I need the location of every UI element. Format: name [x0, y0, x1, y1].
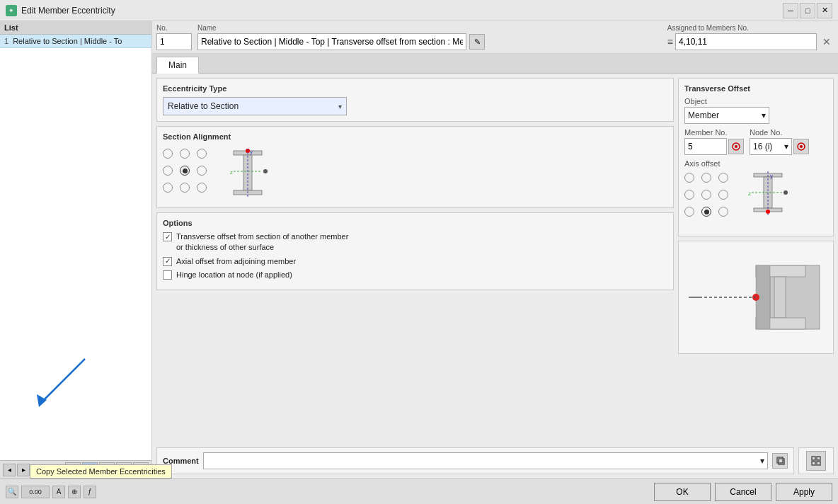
- align-ml[interactable]: [163, 166, 173, 176]
- 3d-viz-svg: [685, 244, 827, 350]
- object-arrow-icon: ▾: [762, 110, 766, 120]
- minimize-button[interactable]: ─: [783, 3, 798, 18]
- option-2-checkbox[interactable]: [163, 257, 172, 266]
- section-alignment-title: Section Alignment: [163, 132, 667, 141]
- node-target-button[interactable]: [793, 139, 809, 154]
- search-status-icon[interactable]: 🔍: [6, 486, 18, 498]
- svg-rect-38: [774, 277, 786, 318]
- list-item[interactable]: 1 Relative to Section | Middle - To: [0, 35, 151, 48]
- window-title: Edit Member Eccentricity: [21, 6, 115, 16]
- axis-bl[interactable]: [684, 207, 694, 217]
- option-3-label: Hinge location at node (if applied): [176, 270, 292, 280]
- comment-copy-icon: [775, 455, 785, 465]
- maximize-button[interactable]: □: [800, 3, 815, 18]
- axis-tl[interactable]: [684, 173, 694, 183]
- align-tc[interactable]: [180, 149, 190, 159]
- dialog-buttons: OK Cancel Apply: [654, 483, 832, 501]
- axis-bc[interactable]: [701, 207, 711, 217]
- axis-tr[interactable]: [718, 173, 728, 183]
- tab-main[interactable]: Main: [156, 57, 199, 74]
- axis-beam-svg: z y: [741, 169, 798, 226]
- no-field: No.: [156, 24, 192, 50]
- node-no-label: Node No.: [750, 128, 809, 137]
- svg-rect-11: [122, 466, 125, 469]
- svg-text:z: z: [748, 190, 751, 197]
- member-no-target-button[interactable]: [728, 139, 744, 154]
- member-no-label: Member No.: [684, 128, 744, 137]
- list-item-num: 1: [4, 37, 8, 45]
- align-mr[interactable]: [197, 166, 207, 176]
- svg-rect-47: [817, 457, 820, 460]
- align-bc[interactable]: [180, 183, 190, 193]
- comment-select[interactable]: ▾: [203, 452, 768, 469]
- right-panel: No. Name ✎ Assigned to Members No. ≡ ✕: [152, 21, 838, 479]
- assigned-close-button[interactable]: ✕: [820, 35, 834, 49]
- svg-rect-46: [812, 457, 815, 460]
- title-bar: ✦ Edit Member Eccentricity ─ □ ✕: [0, 0, 838, 21]
- nav-next-button[interactable]: ▸: [17, 464, 30, 476]
- assigned-input[interactable]: [675, 33, 817, 50]
- scissors-icon: [102, 465, 112, 475]
- node-dropdown[interactable]: 16 (i) ▾: [750, 138, 792, 155]
- eccentricity-type-value: Relative to Section: [168, 101, 239, 111]
- name-input[interactable]: [197, 33, 466, 50]
- copy-selected-button[interactable]: [82, 462, 98, 478]
- option-3-checkbox[interactable]: [163, 270, 172, 280]
- svg-point-22: [263, 169, 268, 173]
- name-edit-button[interactable]: ✎: [469, 34, 485, 50]
- svg-marker-1: [37, 394, 47, 407]
- align-mc[interactable]: [180, 166, 190, 176]
- new-icon: [68, 465, 78, 475]
- ok-button[interactable]: OK: [654, 483, 711, 501]
- member-no-input[interactable]: [684, 138, 727, 155]
- no-input[interactable]: [156, 33, 192, 50]
- paste-icon: [119, 465, 129, 475]
- cut-button[interactable]: [99, 462, 115, 478]
- axis-mr[interactable]: [718, 190, 728, 200]
- node-select: 16 (i) ▾: [750, 138, 809, 155]
- axis-offset-diagram: z y: [741, 169, 798, 226]
- measure-status-icon[interactable]: ƒ: [84, 486, 96, 498]
- align-tr[interactable]: [197, 149, 207, 159]
- delete-button[interactable]: [133, 462, 149, 478]
- apply-button[interactable]: Apply: [776, 483, 832, 501]
- eccentricity-type-select[interactable]: Relative to Section ▾: [163, 97, 347, 115]
- object-value: Member: [688, 110, 719, 120]
- transverse-offset-panel: Transverse Offset Object Member ▾: [678, 78, 834, 236]
- grid-status-icon[interactable]: A: [52, 486, 65, 498]
- extra-icon-button[interactable]: [806, 451, 826, 471]
- right-panel-content: Transverse Offset Object Member ▾: [678, 78, 834, 443]
- option-1-checkbox[interactable]: [163, 232, 172, 241]
- axis-br[interactable]: [718, 207, 728, 217]
- option-2-row: Axial offset from adjoining member: [163, 256, 667, 267]
- close-button[interactable]: ✕: [817, 3, 832, 18]
- svg-point-34: [766, 210, 770, 214]
- option-2-label: Axial offset from adjoining member: [176, 256, 296, 267]
- snap-status-icon[interactable]: ⊕: [68, 486, 81, 498]
- align-bl[interactable]: [163, 183, 173, 193]
- comment-label: Comment: [163, 457, 199, 465]
- list-toolbar: [65, 462, 149, 478]
- arrow-indicator: [21, 352, 99, 416]
- option-3-row: Hinge location at node (if applied): [163, 270, 667, 280]
- axis-ml[interactable]: [684, 190, 694, 200]
- comment-copy-button[interactable]: [772, 453, 788, 469]
- svg-rect-45: [779, 459, 784, 464]
- svg-text:y: y: [770, 173, 773, 179]
- object-select[interactable]: Member ▾: [684, 107, 769, 124]
- align-tl[interactable]: [163, 149, 173, 159]
- svg-rect-49: [817, 462, 820, 465]
- section-alignment-diagram: z y: [219, 145, 269, 202]
- svg-text:z: z: [230, 169, 233, 176]
- target-icon: [732, 142, 740, 151]
- new-item-button[interactable]: [65, 462, 81, 478]
- align-br[interactable]: [197, 183, 207, 193]
- cancel-button[interactable]: Cancel: [715, 483, 771, 501]
- 3d-visualization-panel: [678, 241, 834, 354]
- nav-prev-button[interactable]: ◂: [3, 464, 16, 476]
- svg-rect-5: [86, 466, 92, 472]
- name-field: Name ✎: [197, 24, 485, 50]
- axis-mc[interactable]: [701, 190, 711, 200]
- axis-tc[interactable]: [701, 173, 711, 183]
- paste-button[interactable]: [116, 462, 132, 478]
